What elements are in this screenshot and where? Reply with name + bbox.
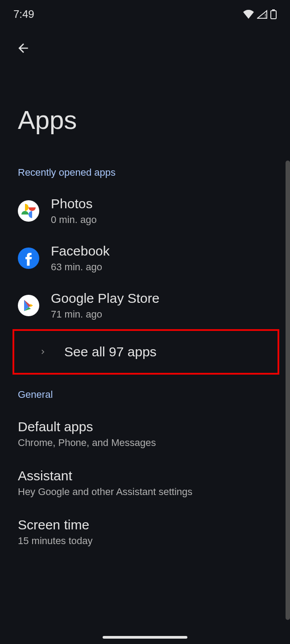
battery-icon (270, 9, 277, 19)
page-title: Apps (0, 60, 290, 161)
see-all-apps[interactable]: See all 97 apps (12, 329, 279, 375)
setting-title: Screen time (18, 517, 272, 533)
app-name: Facebook (51, 244, 110, 259)
app-name: Photos (51, 196, 97, 211)
app-subtitle: 63 min. ago (51, 261, 110, 273)
gesture-bar[interactable] (103, 636, 187, 639)
status-icons: ! (243, 9, 277, 19)
photos-icon (18, 200, 39, 222)
wifi-icon (243, 10, 254, 19)
svg-text:!: ! (265, 13, 266, 19)
status-bar: 7:49 ! (0, 0, 290, 25)
setting-subtitle: Chrome, Phone, and Messages (18, 437, 272, 449)
general-assistant[interactable]: Assistant Hey Google and other Assistant… (0, 458, 290, 508)
setting-subtitle: 15 minutes today (18, 535, 272, 547)
chevron-right-icon (38, 347, 47, 356)
facebook-icon (18, 248, 39, 269)
back-arrow-icon (16, 41, 30, 55)
setting-title: Assistant (18, 468, 272, 483)
svg-rect-2 (272, 9, 275, 11)
signal-icon: ! (257, 10, 268, 19)
recent-section-label: Recently opened apps (0, 161, 290, 187)
general-screen-time[interactable]: Screen time 15 minutes today (0, 508, 290, 557)
app-name: Google Play Store (51, 291, 159, 306)
play-store-icon (18, 295, 39, 316)
status-time: 7:49 (13, 8, 34, 21)
app-subtitle: 71 min. ago (51, 309, 159, 320)
setting-title: Default apps (18, 419, 272, 434)
scrollbar[interactable] (286, 161, 290, 620)
app-item-photos[interactable]: Photos 0 min. ago (0, 187, 290, 235)
app-item-playstore[interactable]: Google Play Store 71 min. ago (0, 282, 290, 329)
general-default-apps[interactable]: Default apps Chrome, Phone, and Messages (0, 409, 290, 458)
app-item-facebook[interactable]: Facebook 63 min. ago (0, 235, 290, 282)
app-subtitle: 0 min. ago (51, 214, 97, 226)
back-button[interactable] (12, 37, 34, 60)
see-all-label: See all 97 apps (64, 344, 157, 359)
setting-subtitle: Hey Google and other Assistant settings (18, 486, 272, 498)
nav-bar (0, 25, 290, 60)
svg-rect-1 (271, 11, 276, 19)
general-section-label: General (0, 384, 290, 409)
